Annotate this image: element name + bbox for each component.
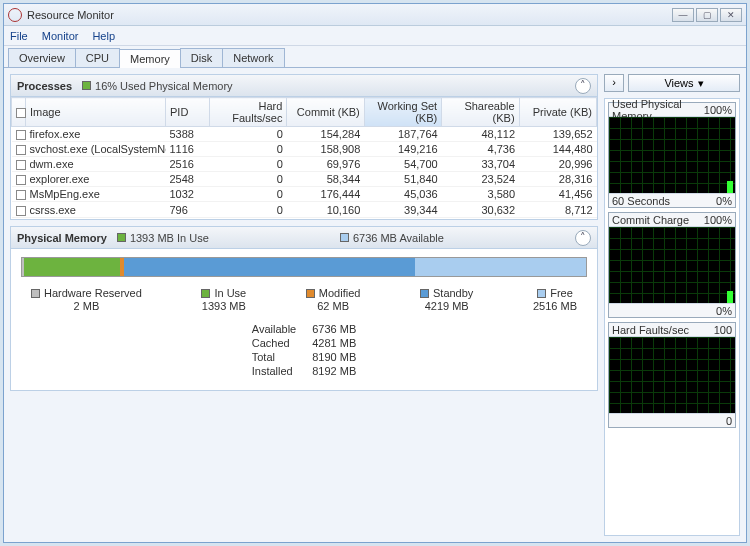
col-workingset[interactable]: Working Set (KB) [364, 98, 441, 127]
maximize-button[interactable]: ▢ [696, 8, 718, 22]
resource-monitor-window: Resource Monitor — ▢ ✕ File Monitor Help… [3, 3, 747, 543]
chart-hard-faults: Hard Faults/sec100 0 [608, 322, 736, 428]
memory-summary: Available6736 MB Cached4281 MB Total8190… [21, 322, 587, 378]
table-row[interactable]: dwm.exe2516069,97654,70033,70420,996 [12, 157, 597, 172]
expand-sidebar-icon[interactable]: › [604, 74, 624, 92]
chart2-right: 0% [716, 305, 732, 317]
window-title: Resource Monitor [27, 9, 672, 21]
processes-header[interactable]: Processes 16% Used Physical Memory ˄ [11, 75, 597, 97]
membar-inuse [24, 258, 120, 276]
available-label: 6736 MB Available [353, 232, 444, 244]
membar-standby [124, 258, 414, 276]
tab-disk[interactable]: Disk [180, 48, 223, 67]
used-memory-label: 16% Used Physical Memory [95, 80, 233, 92]
row-checkbox[interactable] [16, 206, 26, 216]
chart3-max: 100 [714, 324, 732, 336]
col-private[interactable]: Private (KB) [519, 98, 596, 127]
row-checkbox[interactable] [16, 190, 26, 200]
legend-modified-value: 62 MB [317, 300, 349, 312]
menu-bar: File Monitor Help [4, 26, 746, 46]
col-checkbox[interactable] [12, 98, 26, 127]
processes-title: Processes [17, 80, 72, 92]
minimize-button[interactable]: — [672, 8, 694, 22]
legend-hw-reserved-value: 2 MB [74, 300, 100, 312]
tab-memory[interactable]: Memory [119, 49, 181, 68]
chart1-left: 60 Seconds [612, 195, 670, 207]
table-row[interactable]: explorer.exe2548058,34451,84023,52428,31… [12, 172, 597, 187]
row-checkbox[interactable] [16, 145, 26, 155]
row-checkbox[interactable] [16, 175, 26, 185]
table-row[interactable]: csrss.exe796010,16039,34430,6328,712 [12, 202, 597, 217]
physical-memory-panel: Physical Memory 1393 MB In Use 6736 MB A… [10, 226, 598, 391]
available-swatch [340, 233, 349, 242]
inuse-label: 1393 MB In Use [130, 232, 209, 244]
inuse-swatch [117, 233, 126, 242]
table-row[interactable]: MsMpEng.exe10320176,44445,0363,58041,456 [12, 187, 597, 202]
legend-standby: Standby [433, 287, 473, 299]
menu-help[interactable]: Help [92, 30, 115, 42]
processes-panel: Processes 16% Used Physical Memory ˄ Ima… [10, 74, 598, 220]
col-image[interactable]: Image [26, 98, 166, 127]
row-checkbox[interactable] [16, 160, 26, 170]
used-memory-swatch [82, 81, 91, 90]
table-row[interactable]: svchost.exe (LocalSystemNet...11160158,9… [12, 142, 597, 157]
legend-standby-value: 4219 MB [425, 300, 469, 312]
chevron-down-icon: ▾ [698, 77, 704, 90]
chart-used-physical-memory: Used Physical Memory100% 60 Seconds0% [608, 102, 736, 208]
app-icon [8, 8, 22, 22]
tab-bar: Overview CPU Memory Disk Network [4, 46, 746, 68]
chart-commit-charge: Commit Charge100% 0% [608, 212, 736, 318]
col-pid[interactable]: PID [166, 98, 210, 127]
legend-inuse-value: 1393 MB [202, 300, 246, 312]
table-row[interactable]: firefox.exe53880154,284187,76448,112139,… [12, 127, 597, 142]
col-commit[interactable]: Commit (KB) [287, 98, 364, 127]
membar-free [415, 258, 586, 276]
row-checkbox[interactable] [16, 130, 26, 140]
menu-monitor[interactable]: Monitor [42, 30, 79, 42]
legend-free-value: 2516 MB [533, 300, 577, 312]
processes-table: Image PID Hard Faults/sec Commit (KB) Wo… [11, 97, 597, 219]
chart3-title: Hard Faults/sec [612, 324, 689, 336]
chart2-max: 100% [704, 214, 732, 226]
close-button[interactable]: ✕ [720, 8, 742, 22]
collapse-processes-icon[interactable]: ˄ [575, 78, 591, 94]
col-shareable[interactable]: Shareable (KB) [442, 98, 519, 127]
col-hardfaults[interactable]: Hard Faults/sec [210, 98, 287, 127]
chart2-title: Commit Charge [612, 214, 689, 226]
chart1-right: 0% [716, 195, 732, 207]
legend-modified: Modified [319, 287, 361, 299]
chart1-max: 100% [704, 104, 732, 116]
views-button[interactable]: Views▾ [628, 74, 740, 92]
content-area: Processes 16% Used Physical Memory ˄ Ima… [4, 68, 746, 542]
memory-bar [21, 257, 587, 277]
collapse-physical-icon[interactable]: ˄ [575, 230, 591, 246]
tab-network[interactable]: Network [222, 48, 284, 67]
table-row[interactable]: perfmon.exe5468025,88837,99613,84824,148 [12, 217, 597, 219]
chart3-right: 0 [726, 415, 732, 427]
menu-file[interactable]: File [10, 30, 28, 42]
physical-title: Physical Memory [17, 232, 107, 244]
tab-overview[interactable]: Overview [8, 48, 76, 67]
physical-memory-header[interactable]: Physical Memory 1393 MB In Use 6736 MB A… [11, 227, 597, 249]
tab-cpu[interactable]: CPU [75, 48, 120, 67]
legend-free: Free [550, 287, 573, 299]
titlebar[interactable]: Resource Monitor — ▢ ✕ [4, 4, 746, 26]
legend-hw-reserved: Hardware Reserved [44, 287, 142, 299]
legend-inuse: In Use [214, 287, 246, 299]
